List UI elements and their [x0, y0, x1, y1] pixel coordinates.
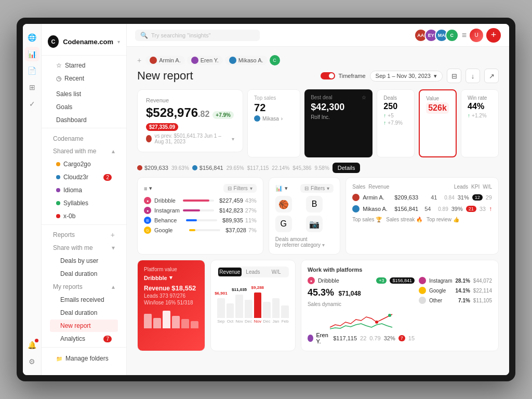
sidebar-item-cloudz3r[interactable]: Cloudz3r 2	[50, 171, 118, 183]
app-logo[interactable]: C Codename.com ▾	[42, 28, 126, 56]
sales-labels-row: Top sales 🏆 Sales streak 🔥 Top review 👍	[352, 217, 492, 222]
cloudz3r-badge: 2	[103, 174, 112, 181]
timeframe-label: Timeframe	[338, 73, 365, 79]
filter-toolbar-btn[interactable]: ⊟	[447, 69, 461, 83]
sidebar-item-new-report[interactable]: New report	[50, 320, 118, 332]
mikaso-avatar	[352, 205, 360, 212]
sidebar-item-syllables[interactable]: Syllables	[50, 197, 118, 209]
deals-filters-btn[interactable]: ⊟ Filters ▾	[300, 184, 334, 193]
behance-icon: B	[144, 217, 151, 224]
bar-3	[163, 311, 170, 328]
google-bar-fill	[189, 229, 195, 231]
sidebar-group-reports[interactable]: Reports +	[47, 228, 121, 242]
sidebar-item-starred[interactable]: ☆ Starred	[50, 59, 118, 72]
sidebar-group-shared[interactable]: Shared with me ▴	[47, 145, 121, 157]
download-toolbar-btn[interactable]: ↓	[466, 69, 480, 83]
tab-revenue[interactable]: Revenue	[218, 268, 242, 276]
referrers-chart: ≡ ▾ ⊟ Filters ▾	[137, 177, 263, 255]
chart-bar-7	[272, 298, 280, 318]
sidebar-shared-reports-header[interactable]: Share with me ▾	[47, 242, 121, 254]
chart-bar-2	[227, 303, 234, 318]
referrers-header: ≡ ▾ ⊟ Filters ▾	[144, 184, 257, 193]
cargo2go-dot	[56, 162, 60, 166]
spark-svg	[308, 309, 415, 330]
report-title: New report	[137, 69, 193, 83]
menu-icon[interactable]: ≡	[462, 31, 467, 40]
sidebar-my-reports-header[interactable]: My reports ▴	[47, 281, 121, 293]
sidebar-item-dashboard[interactable]: Dashboard	[50, 114, 118, 126]
nav-icon-chart[interactable]: 📊	[25, 47, 39, 61]
sidebar-group-codename: Codename	[47, 132, 121, 145]
sidebar-item-emails-received[interactable]: Emails received	[50, 294, 118, 306]
revenue-label: Revenue	[146, 97, 234, 103]
filters-btn[interactable]: ⊟ Filters ▾	[223, 184, 257, 193]
spark-dot1	[137, 165, 142, 170]
platform-value-card: Platform value Dribbble ▾ Revenue $18,55…	[137, 260, 205, 351]
revenue-amount-row: $528,976.82 +7.9% $27,335.09	[146, 105, 234, 131]
top-sales-label2: Top sales 🏆	[352, 217, 382, 222]
nav-icon-globe[interactable]: 🌐	[25, 30, 39, 45]
sales-streak-label: Sales streak 🔥	[386, 217, 422, 222]
add-collaborator-icon[interactable]: +	[137, 56, 141, 64]
sidebar-item-recent[interactable]: ◷ Recent	[50, 72, 118, 85]
chevron-down-platform: ▾	[169, 274, 172, 281]
platform-summary-card: Work with platforms ● Dribbble +3 $156	[301, 260, 499, 351]
sidebar-item-deals-by-user[interactable]: Deals by user	[50, 255, 118, 267]
chevron-right-icon: ›	[281, 116, 283, 122]
sidebar-item-x0b[interactable]: x-0b	[50, 210, 118, 222]
platform-name: Dribbble ▾	[144, 274, 198, 281]
platform-winlose: Win/lose 16% 51/318	[144, 300, 198, 305]
bar-chart-bars: $6,901 $11,035 $9,288	[217, 282, 289, 318]
nav-icon-check[interactable]: ✓	[25, 97, 39, 111]
add-button[interactable]: +	[486, 28, 501, 43]
report-meta-row: + Armin A. Eren Y. Mikaso A.	[137, 55, 499, 65]
nav-icon-settings[interactable]: ⚙	[25, 354, 39, 369]
bar-chart-icon: 📊	[275, 185, 283, 192]
chevron-down-chart: ▾	[285, 185, 288, 192]
google-dot	[419, 287, 426, 294]
collab-dot-mikaso	[229, 57, 236, 64]
details-button[interactable]: Details	[332, 163, 361, 173]
sidebar-item-sales-list[interactable]: Sales list	[50, 88, 118, 100]
chevron-down-icon3: ▾	[434, 73, 437, 79]
revenue-vs-prev: vs prev. $501,641.73 Jun 1 – Aug 31, 202…	[146, 133, 234, 144]
sidebar-item-goals[interactable]: Goals	[50, 101, 118, 113]
win-rate-card: Win rate 44% ↑ +1.2%	[461, 89, 499, 157]
sidebar-item-manage-folders[interactable]: 📁 Manage folders	[50, 352, 118, 365]
spark-val1: $117,115	[247, 165, 269, 171]
platform-label: Platform value	[144, 267, 198, 272]
clock-icon: ◷	[56, 75, 61, 82]
deals-icon-google: G	[275, 216, 292, 232]
nav-icon-document[interactable]: 📄	[25, 63, 39, 78]
sidebar-item-idioma[interactable]: Idioma	[50, 184, 118, 196]
other-dot	[419, 297, 426, 304]
spark-dot2	[192, 165, 197, 170]
share-toolbar-btn[interactable]: ↗	[484, 69, 499, 83]
kpi-col-label: KPI	[471, 184, 480, 190]
user-avatar[interactable]: U	[470, 29, 483, 42]
topbar: 🔍 Try searching "insights" AA EY MA C ≡ …	[127, 24, 509, 47]
sidebar-item-deal-duration-my[interactable]: Deal duration	[50, 307, 118, 319]
sidebar-item-deal-duration[interactable]: Deal duration	[50, 268, 118, 280]
deals-chart: 📊 ▾ ⊟ Filters ▾ 🏀 B	[269, 177, 340, 255]
dribbble-bar-fill	[183, 200, 209, 202]
tab-wl[interactable]: W/L	[264, 268, 288, 276]
referrer-google: G Google $37,028 7%	[144, 227, 257, 234]
nav-icon-grid[interactable]: ⊞	[25, 80, 39, 95]
bar-chart-labels: Sep Oct Nov Dec Nov Dec Jan Feb	[217, 319, 289, 324]
chart-tabs: Revenue Leads W/L	[217, 267, 289, 277]
sidebar-item-cargo2go[interactable]: Cargo2go	[50, 158, 118, 170]
search-box[interactable]: 🔍 Try searching "insights"	[135, 30, 260, 41]
toggle-switch[interactable]	[321, 72, 335, 79]
timeframe-row: Timeframe Sep 1 – Nov 30, 2023 ▾	[321, 71, 443, 82]
timeframe-badge[interactable]: Sep 1 – Nov 30, 2023 ▾	[370, 71, 443, 82]
deals-chart-header: 📊 ▾ ⊟ Filters ▾	[275, 184, 334, 193]
timeframe-toggle[interactable]: Timeframe	[321, 72, 365, 79]
collab-armin: Armin A.	[145, 56, 185, 65]
chevron-down-icon6: ▾	[327, 185, 329, 191]
logo-icon: C	[48, 35, 59, 48]
add-report-icon[interactable]: +	[111, 231, 115, 239]
tab-leads[interactable]: Leads	[242, 268, 265, 276]
sidebar-item-analytics[interactable]: Analytics 7	[50, 332, 118, 345]
nav-icon-notification[interactable]: 🔔	[25, 338, 39, 352]
